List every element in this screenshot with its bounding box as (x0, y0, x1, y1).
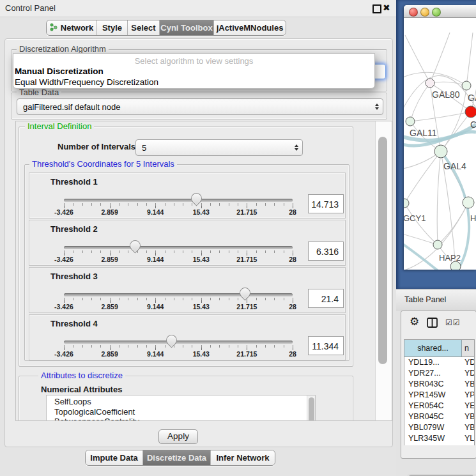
apply-button[interactable]: Apply (158, 429, 198, 444)
tick-label: 9.144 (147, 303, 164, 311)
scrollbar-thumb[interactable] (378, 137, 387, 364)
close-icon[interactable]: ✖ (383, 3, 390, 13)
table-row[interactable]: YIL052CYIL0 (404, 443, 474, 446)
network-edge[interactable] (404, 151, 441, 203)
combobox-stepper-icon (291, 144, 302, 151)
tab-impute-data[interactable]: Impute Data (86, 450, 143, 465)
column-header-name[interactable]: n (462, 340, 474, 357)
column-header-shared[interactable]: shared... (404, 340, 462, 357)
table-row[interactable]: YLR345WYLR3 (404, 433, 474, 443)
cell-shared-name[interactable]: YBL079W (404, 423, 461, 432)
network-window-titlebar[interactable] (404, 5, 476, 18)
threshold-value-field[interactable]: 6.316 (308, 242, 344, 261)
cell-shared-name[interactable]: YER054C (404, 401, 461, 410)
cell-name[interactable]: YBR0 (461, 380, 474, 388)
threshold-value-field[interactable]: 11.344 (308, 336, 344, 355)
tab-select[interactable]: Select (128, 20, 160, 35)
network-edge[interactable] (404, 203, 438, 245)
network-edge[interactable] (410, 83, 430, 121)
tab-label: Impute Data (90, 453, 137, 463)
table-data-combobox[interactable]: galFiltered.sif default node (17, 98, 383, 115)
cell-name[interactable]: YBR0 (461, 412, 474, 421)
gear-icon[interactable]: ⚙ (410, 316, 419, 327)
tick-label: 21.715 (236, 256, 257, 263)
network-node[interactable] (426, 79, 434, 88)
cell-shared-name[interactable]: YBR043C (404, 380, 461, 388)
cell-shared-name[interactable]: YDL19... (404, 358, 461, 367)
network-node[interactable] (463, 197, 474, 208)
attribute-list-item[interactable]: BetweennessCentrality (47, 417, 315, 421)
slider-track[interactable] (64, 246, 293, 249)
cell-name[interactable]: YLR3 (461, 434, 474, 443)
attribute-list-item[interactable]: TopologicalCoefficient (47, 407, 315, 417)
tick-label: 28 (289, 208, 296, 216)
threshold-value-field[interactable]: 21.4 (308, 289, 344, 308)
cell-shared-name[interactable]: YBR045C (404, 412, 461, 421)
tab-infer-network[interactable]: Infer Network (211, 450, 275, 465)
cell-name[interactable]: YDL1 (461, 358, 474, 367)
network-node[interactable] (462, 81, 471, 90)
cell-name[interactable]: YER0 (461, 401, 474, 410)
slider-track[interactable] (64, 199, 293, 202)
cell-shared-name[interactable]: YLR345W (404, 434, 461, 443)
network-edge[interactable] (405, 35, 430, 83)
table-panel-titlebar: Table Panel (396, 289, 476, 311)
cell-name[interactable]: YBL0 (461, 423, 474, 432)
attribute-list-item[interactable]: SelfLoops (47, 397, 315, 407)
tick-label: 9.144 (147, 350, 164, 358)
network-edge[interactable] (466, 33, 473, 86)
slider-track[interactable] (64, 341, 293, 344)
threshold-value-field[interactable]: 14.713 (308, 194, 344, 213)
table-row[interactable]: YBR043CYBR0 (404, 378, 474, 389)
threshold-label: Threshold 2 (50, 224, 98, 234)
threshold-panel: Threshold 2 6.316 -3.4262.8599.14415.432… (29, 220, 346, 266)
tab-cyni-toolbox[interactable]: Cyni Toolbox (160, 20, 214, 35)
minimize-traffic-light-icon[interactable] (420, 8, 429, 17)
group-label: Threshold's Coordinates for 5 Intervals (29, 160, 177, 169)
float-window-icon[interactable] (372, 4, 381, 13)
tab-discretize-data[interactable]: Discretize Data (143, 450, 211, 465)
slider-minor-ticks (64, 298, 293, 300)
network-canvas[interactable]: GAL80GACGAL11GAL4GCY1HHAP2 (404, 17, 476, 270)
settings-vertical-scrollbar[interactable] (375, 121, 392, 420)
cell-name[interactable]: YDR2 (461, 369, 474, 378)
combobox-stepper-icon (371, 104, 383, 110)
number-of-intervals-combobox[interactable]: 5 (135, 139, 303, 156)
table-row[interactable]: YBR045CYBR0 (404, 411, 474, 422)
table-row[interactable]: YER054CYER0 (404, 400, 474, 411)
network-edge[interactable] (437, 151, 441, 245)
network-node-label: H (470, 213, 476, 223)
network-node[interactable] (465, 106, 476, 118)
attribute-items: SelfLoopsTopologicalCoefficientBetweenne… (47, 395, 315, 421)
dropdown-option-manual-discretization[interactable]: Manual Discretization (15, 66, 104, 76)
table-row[interactable]: YBL079WYBL0 (404, 422, 474, 433)
table-row[interactable]: YDL19...YDL1 (404, 357, 474, 367)
column-view-icon[interactable] (427, 318, 438, 330)
close-traffic-light-icon[interactable] (409, 8, 418, 17)
network-edge[interactable] (410, 112, 471, 121)
tab-style[interactable]: Style (97, 20, 128, 35)
tick-label: 28 (289, 256, 296, 263)
cell-name[interactable]: YPR1 (461, 390, 474, 399)
attributes-scrollbar[interactable] (307, 395, 315, 421)
zoom-traffic-light-icon[interactable] (432, 8, 441, 17)
table-row[interactable]: YPR145WYPR1 (404, 389, 474, 400)
tick-label: 21.715 (236, 208, 257, 216)
network-node[interactable] (434, 145, 447, 158)
select-columns-icon[interactable]: ☑☑ (445, 318, 461, 327)
network-node[interactable] (406, 117, 415, 126)
network-edge[interactable] (404, 233, 438, 245)
tab-jactivemnodules[interactable]: jActiveMNodules (214, 20, 286, 35)
dropdown-option-equal-width-frequency[interactable]: Equal Width/Frequency Discretization (15, 77, 158, 87)
tab-network[interactable]: Network (47, 20, 97, 35)
table-row[interactable]: YDR27...YDR2 (404, 367, 474, 378)
cell-name[interactable]: YIL0 (461, 445, 474, 447)
cell-shared-name[interactable]: YDR27... (404, 369, 461, 378)
cell-shared-name[interactable]: YIL052C (404, 445, 461, 447)
network-node-label: GAL4 (443, 161, 466, 171)
network-node[interactable] (433, 240, 442, 249)
slider-track[interactable] (64, 293, 293, 296)
network-node[interactable] (404, 199, 409, 208)
slider-minor-ticks (64, 250, 293, 253)
cell-shared-name[interactable]: YPR145W (404, 390, 461, 399)
